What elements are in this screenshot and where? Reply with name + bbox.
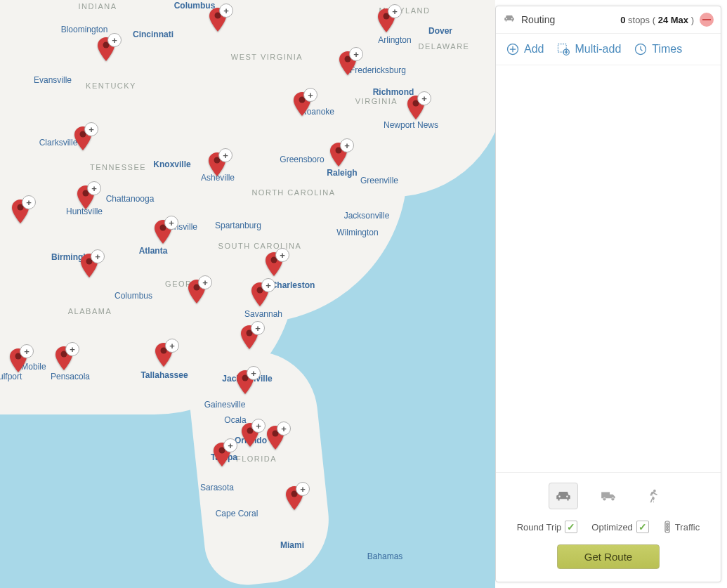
city-label: Cincinnati [133, 30, 173, 39]
plus-icon: + [218, 148, 232, 162]
plus-icon: + [296, 482, 310, 496]
map-pin[interactable]: + [330, 143, 347, 166]
sidebar-title: Routing [521, 14, 555, 25]
route-options: Round Trip Optimized Traffic [517, 521, 700, 533]
add-stop-button[interactable]: Add [506, 42, 544, 56]
mode-car-button[interactable] [549, 483, 578, 509]
plus-icon: + [223, 438, 237, 452]
optimized-checkbox[interactable]: Optimized [591, 521, 649, 533]
state-label: VIRGINIA [355, 97, 398, 105]
map-pin[interactable]: + [155, 343, 172, 367]
city-label: Evansville [34, 75, 72, 85]
state-label: INDIANA [78, 2, 117, 11]
city-label: Pensacola [51, 372, 90, 381]
plus-icon: + [219, 4, 233, 18]
get-route-button[interactable]: Get Route [557, 544, 660, 569]
round-trip-checkbox[interactable]: Round Trip [517, 521, 578, 533]
city-label: Gulfport [0, 372, 22, 381]
city-label: Knoxville [153, 159, 190, 169]
sidebar-header: Routing 0 stops ( 24 Max ) [496, 6, 721, 34]
city-label: Newport News [384, 120, 438, 130]
map-pin[interactable]: + [378, 8, 395, 32]
city-label: Savannah [244, 309, 282, 319]
state-label: DELAWARE [419, 42, 470, 51]
map-pin[interactable]: + [209, 152, 225, 176]
city-label: Jacksonville [344, 211, 390, 221]
state-label: TENNESSEE [90, 163, 146, 171]
map-pin[interactable]: + [241, 325, 258, 349]
plus-icon: + [91, 249, 105, 263]
map-pin[interactable]: + [214, 443, 230, 466]
city-label: Dover [428, 26, 452, 36]
plus-icon: + [349, 47, 363, 61]
city-label: Chattanooga [106, 194, 155, 204]
plus-icon: + [165, 339, 179, 353]
city-label: Spartanburg [215, 221, 261, 230]
mode-walk-button[interactable] [640, 483, 668, 509]
city-label: Gainesville [204, 400, 246, 410]
city-label: Arlington [378, 35, 411, 45]
travel-mode-group [549, 483, 668, 509]
map-pin[interactable]: + [339, 51, 356, 75]
map-pin[interactable]: + [12, 200, 29, 223]
plus-icon: + [261, 278, 275, 292]
state-label: SOUTH CAROLINA [218, 242, 302, 250]
svg-point-30 [653, 490, 656, 492]
map-pin[interactable]: + [10, 348, 27, 372]
svg-rect-27 [558, 44, 567, 53]
sidebar-footer: Round Trip Optimized Traffic Get Route [496, 472, 721, 582]
map-canvas[interactable]: INDIANAMARYLANDWEST VIRGINIADELAWAREKENT… [0, 0, 495, 588]
map-pin[interactable]: + [209, 8, 226, 32]
city-label: Fredericksburg [350, 65, 406, 75]
plus-icon: + [417, 91, 431, 105]
plus-icon: + [84, 122, 98, 136]
map-pin[interactable]: + [188, 280, 205, 303]
routing-sidebar: Routing 0 stops ( 24 Max ) Add Multi-add… [495, 6, 721, 582]
city-label: Bloomington [61, 25, 108, 34]
plus-icon: + [340, 138, 354, 152]
map-pin[interactable]: + [266, 252, 282, 276]
plus-icon: + [198, 275, 212, 289]
plus-icon: + [107, 33, 122, 47]
state-label: NORTH CAROLINA [251, 188, 335, 197]
city-label: Greensboro [280, 155, 324, 164]
collapse-button[interactable] [700, 13, 714, 27]
map-pin[interactable]: + [55, 346, 72, 370]
city-label: Sarasota [200, 483, 234, 492]
map-pin[interactable]: + [155, 220, 171, 244]
map-pin[interactable]: + [237, 370, 254, 394]
map-pin[interactable]: + [242, 423, 258, 447]
state-label: ALABAMA [68, 307, 112, 315]
stops-list [496, 65, 721, 472]
city-label: Clarksville [39, 138, 78, 148]
map-pin[interactable]: + [294, 92, 310, 116]
plus-icon: + [251, 321, 265, 335]
plus-icon: + [388, 4, 402, 18]
map-pin[interactable]: + [267, 426, 284, 450]
plus-icon: + [277, 422, 291, 436]
city-label: Tallahassee [140, 370, 188, 380]
city-label: Miami [280, 540, 304, 550]
map-pin[interactable]: + [77, 185, 94, 209]
city-label: Raleigh [327, 168, 357, 178]
plus-icon: + [22, 195, 36, 209]
map-pin[interactable]: + [286, 486, 303, 510]
city-label: Wilmington [336, 228, 378, 237]
traffic-toggle[interactable]: Traffic [663, 521, 700, 533]
map-pin[interactable]: + [407, 96, 424, 119]
car-icon [503, 12, 516, 27]
state-label: WEST VIRGINIA [231, 53, 303, 61]
map-pin[interactable]: + [81, 254, 98, 277]
plus-icon: + [20, 344, 34, 358]
city-label: Atlanta [139, 246, 168, 256]
map-pin[interactable]: + [251, 282, 268, 306]
multi-add-button[interactable]: Multi-add [556, 42, 621, 56]
plus-icon: + [275, 248, 289, 262]
city-label: Greenville [360, 176, 398, 185]
city-label: Bahamas [367, 551, 403, 561]
mode-truck-button[interactable] [595, 483, 623, 509]
svg-point-33 [667, 526, 669, 528]
map-pin[interactable]: + [98, 37, 114, 61]
map-pin[interactable]: + [74, 126, 91, 150]
times-button[interactable]: Times [634, 42, 682, 56]
